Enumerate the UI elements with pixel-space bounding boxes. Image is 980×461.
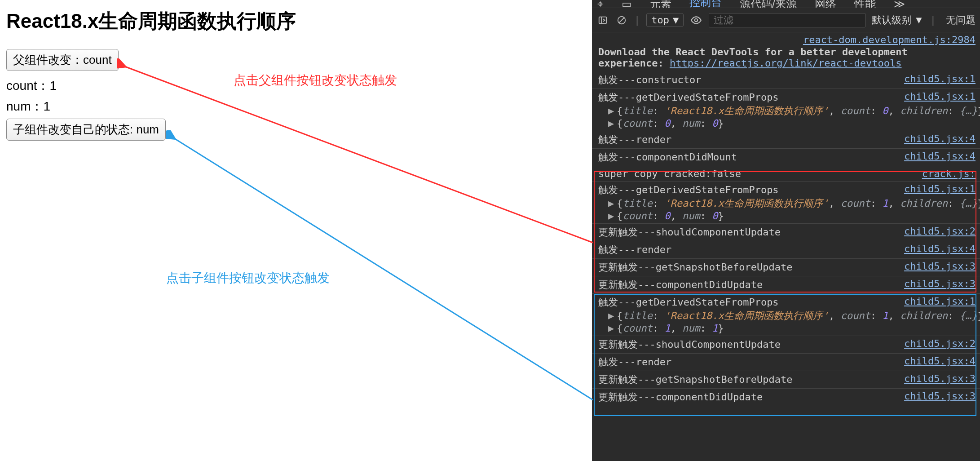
console-message: 更新触发---shouldComponentUpdate	[598, 338, 781, 351]
source-link[interactable]: child5.jsx:3	[904, 373, 976, 384]
console-row: 更新触发---getSnapshotBeforeUpdate child5.js…	[592, 371, 980, 388]
console-row: 触发---componentDidMount child5.jsx:4	[592, 148, 980, 166]
console-message: 触发---render	[598, 243, 671, 257]
console-message: super_copy_cracked:false	[598, 168, 741, 179]
annotation-blue: 点击子组件按钮改变状态触发	[166, 270, 330, 287]
source-link[interactable]: child5.jsx:3	[904, 278, 976, 289]
source-link[interactable]: child5.jsx:1	[904, 73, 976, 84]
expand-icon[interactable]: ▶	[608, 323, 614, 334]
source-link[interactable]: child5.jsx:4	[904, 133, 976, 144]
context-select-label: top	[651, 14, 669, 26]
console-object[interactable]: ▶{title: 'React18.x生命周期函数执行顺序', count: 0…	[598, 104, 976, 118]
num-label: num：1	[6, 98, 586, 115]
console-row: 触发---render child5.jsx:4	[592, 353, 980, 371]
tab-more[interactable]: ≫	[894, 0, 905, 8]
page-title: React18.x生命周期函数执行顺序	[6, 8, 586, 35]
svg-line-1	[174, 138, 593, 400]
expand-icon[interactable]: ▶	[608, 210, 614, 222]
svg-line-5	[619, 18, 624, 22]
svg-point-6	[695, 18, 698, 22]
devtools-tabbar: ⌖ ▭ 元素 控制台 源代码/来源 网络 性能 ≫	[592, 0, 980, 8]
tab-sources[interactable]: 源代码/来源	[740, 0, 797, 8]
expand-icon[interactable]: ▶	[608, 118, 614, 129]
console-row: 更新触发---componentDidUpdate child5.jsx:3	[592, 276, 980, 293]
console-message: 更新触发---shouldComponentUpdate	[598, 226, 781, 239]
no-issues-label: 无问题	[946, 13, 976, 27]
console-row: 更新触发---shouldComponentUpdate child5.jsx:…	[592, 336, 980, 353]
console-object[interactable]: ▶{count: 0, num: 0}	[598, 118, 976, 129]
console-message: Download the React DevTools for a better…	[598, 46, 908, 69]
source-link[interactable]: crack.js:	[922, 168, 976, 179]
console-message: 触发---getDerivedStateFromProps	[598, 296, 779, 309]
console-row: 触发---getDerivedStateFromProps child5.jsx…	[592, 89, 980, 131]
source-link[interactable]: child5.jsx:3	[904, 390, 976, 402]
tab-network[interactable]: 网络	[815, 0, 836, 8]
expand-icon[interactable]: ▶	[608, 105, 614, 116]
console-object[interactable]: ▶{count: 0, num: 0}	[598, 210, 976, 222]
console-row: 更新触发---shouldComponentUpdate child5.jsx:…	[592, 223, 980, 241]
annotation-red: 点击父组件按钮改变状态触发	[234, 72, 397, 89]
console-row: 更新触发---componentDidUpdate child5.jsx:3	[592, 388, 980, 406]
devtools-panel: ⌖ ▭ 元素 控制台 源代码/来源 网络 性能 ≫ | top ▼	[592, 0, 980, 461]
console-row: Download the React DevTools for a better…	[592, 45, 980, 71]
console-message: 更新触发---componentDidUpdate	[598, 390, 763, 404]
console-message: 更新触发---componentDidUpdate	[598, 278, 763, 292]
source-link[interactable]: child5.jsx:1	[904, 91, 976, 102]
console-object[interactable]: ▶{count: 1, num: 1}	[598, 323, 976, 334]
log-level-label: 默认级别	[872, 13, 911, 27]
console-row: 更新触发---getSnapshotBeforeUpdate child5.js…	[592, 258, 980, 276]
clear-console-icon[interactable]	[615, 14, 628, 27]
console-row: super_copy_cracked:false crack.js:	[592, 166, 980, 181]
source-link[interactable]: child5.jsx:2	[904, 226, 976, 237]
source-link[interactable]: child5.jsx:4	[904, 151, 976, 162]
console-message: 更新触发---getSnapshotBeforeUpdate	[598, 373, 792, 386]
tab-console[interactable]: 控制台	[689, 0, 722, 8]
devtools-link[interactable]: https://reactjs.org/link/react-devtools	[670, 58, 902, 69]
page-area: React18.x生命周期函数执行顺序 父组件改变：count count：1 …	[0, 0, 592, 461]
source-link[interactable]: child5.jsx:4	[904, 243, 976, 254]
console-object[interactable]: ▶{title: 'React18.x生命周期函数执行顺序', count: 1…	[598, 309, 976, 323]
source-link[interactable]: react-dom.development.js:2984	[803, 34, 976, 45]
eye-icon[interactable]	[690, 14, 702, 27]
console-toolbar: | top ▼ 默认级别 ▼ | 无问题	[592, 8, 980, 32]
source-link[interactable]: child5.jsx:1	[904, 183, 976, 195]
expand-icon[interactable]: ▶	[608, 198, 614, 209]
console-row: 触发---render child5.jsx:4	[592, 241, 980, 258]
source-link[interactable]: child5.jsx:4	[904, 355, 976, 367]
tab-elements[interactable]: 元素	[650, 0, 671, 8]
console-message: 触发---constructor	[598, 73, 701, 87]
console-row: 触发---getDerivedStateFromProps child5.jsx…	[592, 293, 980, 336]
source-link[interactable]: child5.jsx:3	[904, 261, 976, 272]
console-message: 触发---componentDidMount	[598, 151, 737, 164]
expand-icon[interactable]: ▶	[608, 310, 614, 321]
console-output[interactable]: react-dom.development.js:2984 Download t…	[592, 32, 980, 461]
console-row: 触发---constructor child5.jsx:1	[592, 71, 980, 89]
chevron-down-icon: ▼	[673, 14, 679, 26]
inspect-icon[interactable]: ⌖	[597, 0, 604, 8]
console-row: 触发---getDerivedStateFromProps child5.jsx…	[592, 181, 980, 223]
log-level-select[interactable]: 默认级别 ▼	[872, 13, 924, 27]
chevron-down-icon: ▼	[914, 14, 924, 26]
filter-input[interactable]	[709, 13, 865, 27]
console-object[interactable]: ▶{title: 'React18.x生命周期函数执行顺序', count: 1…	[598, 197, 976, 210]
console-message: 更新触发---getSnapshotBeforeUpdate	[598, 261, 792, 274]
console-message: 触发---render	[598, 355, 671, 369]
device-icon[interactable]: ▭	[622, 0, 632, 8]
console-message: 触发---render	[598, 133, 671, 146]
sidebar-toggle-icon[interactable]	[596, 14, 609, 27]
source-link[interactable]: child5.jsx:1	[904, 296, 976, 307]
child-change-button[interactable]: 子组件改变自己的状态: num	[6, 119, 166, 141]
console-message: 触发---getDerivedStateFromProps	[598, 91, 779, 104]
console-message: 触发---getDerivedStateFromProps	[598, 183, 779, 197]
console-row: 触发---render child5.jsx:4	[592, 131, 980, 148]
context-select[interactable]: top ▼	[646, 13, 684, 27]
parent-change-button[interactable]: 父组件改变：count	[6, 49, 119, 71]
tab-performance[interactable]: 性能	[854, 0, 876, 8]
source-link[interactable]: child5.jsx:2	[904, 338, 976, 349]
